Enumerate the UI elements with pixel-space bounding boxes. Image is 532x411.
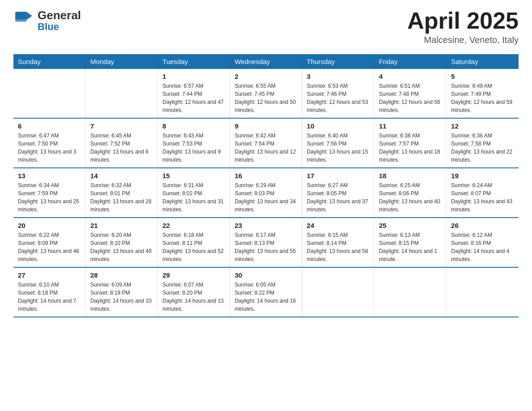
sunrise-text: Sunrise: 6:55 AM [235, 82, 297, 90]
week-row-5: 27Sunrise: 6:10 AMSunset: 8:18 PMDayligh… [13, 267, 519, 317]
day-number: 14 [90, 172, 153, 180]
day-info: Sunrise: 6:49 AMSunset: 7:49 PMDaylight:… [451, 82, 514, 114]
day-number: 9 [235, 122, 297, 130]
calendar-cell: 2Sunrise: 6:55 AMSunset: 7:45 PMDaylight… [230, 69, 302, 118]
calendar-cell: 8Sunrise: 6:43 AMSunset: 7:53 PMDaylight… [158, 118, 230, 168]
calendar-cell: 6Sunrise: 6:47 AMSunset: 7:50 PMDaylight… [13, 118, 86, 168]
sunset-text: Sunset: 8:18 PM [18, 289, 81, 297]
sunrise-text: Sunrise: 6:07 AM [163, 281, 225, 289]
calendar-cell: 23Sunrise: 6:17 AMSunset: 8:13 PMDayligh… [230, 218, 302, 267]
sunset-text: Sunset: 8:13 PM [235, 239, 297, 247]
calendar-cell: 22Sunrise: 6:18 AMSunset: 8:11 PMDayligh… [158, 218, 230, 267]
day-number: 19 [451, 172, 514, 180]
sunset-text: Sunset: 7:56 PM [307, 140, 369, 148]
sunrise-text: Sunrise: 6:51 AM [379, 82, 442, 90]
header-day-wednesday: Wednesday [230, 54, 302, 69]
calendar-cell: 9Sunrise: 6:42 AMSunset: 7:54 PMDaylight… [230, 118, 302, 168]
calendar-cell: 3Sunrise: 6:53 AMSunset: 7:46 PMDaylight… [302, 69, 374, 118]
calendar-cell: 14Sunrise: 6:32 AMSunset: 8:01 PMDayligh… [86, 168, 158, 218]
header-day-sunday: Sunday [13, 54, 86, 69]
month-year-title: April 2025 [407, 9, 519, 32]
calendar-cell: 17Sunrise: 6:27 AMSunset: 8:05 PMDayligh… [302, 168, 374, 218]
day-number: 8 [163, 122, 225, 130]
sunset-text: Sunset: 7:52 PM [90, 140, 153, 148]
sunset-text: Sunset: 7:54 PM [235, 140, 297, 148]
daylight-text: Daylight: 12 hours and 53 minutes. [307, 98, 369, 114]
daylight-text: Daylight: 12 hours and 56 minutes. [379, 98, 442, 114]
day-number: 6 [18, 122, 81, 130]
daylight-text: Daylight: 12 hours and 50 minutes. [235, 98, 297, 114]
sunset-text: Sunset: 8:01 PM [90, 189, 153, 197]
daylight-text: Daylight: 14 hours and 10 minutes. [90, 297, 153, 313]
sunset-text: Sunset: 8:16 PM [451, 239, 514, 247]
daylight-text: Daylight: 12 hours and 59 minutes. [451, 98, 514, 114]
day-info: Sunrise: 6:29 AMSunset: 8:03 PMDaylight:… [235, 181, 297, 214]
daylight-text: Daylight: 13 hours and 18 minutes. [379, 148, 442, 164]
calendar-cell [302, 267, 374, 317]
logo: General Blue [13, 9, 81, 32]
sunrise-text: Sunrise: 6:36 AM [451, 132, 514, 140]
day-number: 30 [235, 271, 297, 279]
sunset-text: Sunset: 7:49 PM [451, 90, 514, 98]
day-number: 4 [379, 73, 442, 80]
calendar-header: SundayMondayTuesdayWednesdayThursdayFrid… [13, 54, 519, 69]
day-info: Sunrise: 6:07 AMSunset: 8:20 PMDaylight:… [163, 281, 225, 313]
day-number: 25 [379, 222, 442, 229]
day-number: 20 [18, 222, 81, 229]
calendar-cell: 29Sunrise: 6:07 AMSunset: 8:20 PMDayligh… [158, 267, 230, 317]
sunrise-text: Sunrise: 6:17 AM [235, 231, 297, 239]
sunrise-text: Sunrise: 6:43 AM [163, 132, 225, 140]
sunset-text: Sunset: 8:06 PM [379, 189, 442, 197]
sunrise-text: Sunrise: 6:05 AM [235, 281, 297, 289]
logo-icon [13, 9, 36, 31]
daylight-text: Daylight: 13 hours and 52 minutes. [163, 247, 225, 263]
sunset-text: Sunset: 7:58 PM [451, 140, 514, 148]
daylight-text: Daylight: 13 hours and 46 minutes. [18, 247, 81, 263]
calendar-cell: 27Sunrise: 6:10 AMSunset: 8:18 PMDayligh… [13, 267, 86, 317]
logo-general-text: General [38, 9, 81, 22]
day-info: Sunrise: 6:53 AMSunset: 7:46 PMDaylight:… [307, 82, 369, 114]
week-row-3: 13Sunrise: 6:34 AMSunset: 7:59 PMDayligh… [13, 168, 519, 218]
sunrise-text: Sunrise: 6:24 AM [451, 181, 514, 189]
sunrise-text: Sunrise: 6:13 AM [379, 231, 442, 239]
sunset-text: Sunset: 8:05 PM [307, 189, 369, 197]
day-info: Sunrise: 6:55 AMSunset: 7:45 PMDaylight:… [235, 82, 297, 114]
sunset-text: Sunset: 8:22 PM [235, 289, 297, 297]
sunset-text: Sunset: 8:15 PM [379, 239, 442, 247]
sunset-text: Sunset: 8:20 PM [163, 289, 225, 297]
daylight-text: Daylight: 14 hours and 13 minutes. [163, 297, 225, 313]
day-info: Sunrise: 6:05 AMSunset: 8:22 PMDaylight:… [235, 281, 297, 313]
day-info: Sunrise: 6:12 AMSunset: 8:16 PMDaylight:… [451, 231, 514, 263]
sunrise-text: Sunrise: 6:49 AM [451, 82, 514, 90]
calendar-cell [86, 69, 158, 118]
daylight-text: Daylight: 14 hours and 4 minutes. [451, 247, 514, 263]
day-info: Sunrise: 6:25 AMSunset: 8:06 PMDaylight:… [379, 181, 442, 214]
calendar-cell: 10Sunrise: 6:40 AMSunset: 7:56 PMDayligh… [302, 118, 374, 168]
calendar-cell: 15Sunrise: 6:31 AMSunset: 8:02 PMDayligh… [158, 168, 230, 218]
day-info: Sunrise: 6:40 AMSunset: 7:56 PMDaylight:… [307, 132, 369, 164]
sunset-text: Sunset: 7:48 PM [379, 90, 442, 98]
daylight-text: Daylight: 13 hours and 58 minutes. [307, 247, 369, 263]
sunset-text: Sunset: 8:02 PM [163, 189, 225, 197]
sunrise-text: Sunrise: 6:10 AM [18, 281, 81, 289]
day-number: 12 [451, 122, 514, 130]
header-day-thursday: Thursday [302, 54, 374, 69]
day-number: 13 [18, 172, 81, 180]
calendar-cell: 11Sunrise: 6:38 AMSunset: 7:57 PMDayligh… [374, 118, 446, 168]
sunset-text: Sunset: 7:46 PM [307, 90, 369, 98]
calendar-cell: 1Sunrise: 6:57 AMSunset: 7:44 PMDaylight… [158, 69, 230, 118]
day-info: Sunrise: 6:20 AMSunset: 8:10 PMDaylight:… [90, 231, 153, 263]
sunset-text: Sunset: 7:44 PM [163, 90, 225, 98]
calendar-cell: 5Sunrise: 6:49 AMSunset: 7:49 PMDaylight… [446, 69, 519, 118]
sunset-text: Sunset: 8:11 PM [163, 239, 225, 247]
sunrise-text: Sunrise: 6:25 AM [379, 181, 442, 189]
calendar-cell: 20Sunrise: 6:22 AMSunset: 8:09 PMDayligh… [13, 218, 86, 267]
day-number: 22 [163, 222, 225, 229]
daylight-text: Daylight: 13 hours and 25 minutes. [18, 197, 81, 214]
calendar-cell: 28Sunrise: 6:09 AMSunset: 8:19 PMDayligh… [86, 267, 158, 317]
daylight-text: Daylight: 13 hours and 55 minutes. [235, 247, 297, 263]
day-info: Sunrise: 6:34 AMSunset: 7:59 PMDaylight:… [18, 181, 81, 214]
daylight-text: Daylight: 13 hours and 40 minutes. [379, 197, 442, 214]
day-info: Sunrise: 6:24 AMSunset: 8:07 PMDaylight:… [451, 181, 514, 214]
sunset-text: Sunset: 8:19 PM [90, 289, 153, 297]
